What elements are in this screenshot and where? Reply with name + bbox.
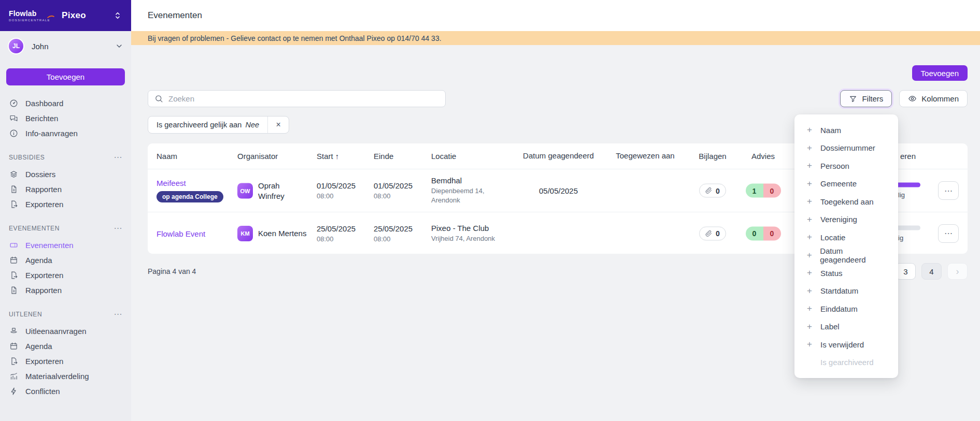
report-icon xyxy=(9,185,19,194)
page-3-button[interactable]: 3 xyxy=(896,263,916,280)
event-link[interactable]: Meifeest xyxy=(157,179,234,187)
filter-option-is-verwijderd[interactable]: +Is verwijderd xyxy=(794,336,898,354)
filters-button[interactable]: Filters xyxy=(840,90,892,107)
filter-option-dossiernummer[interactable]: +Dossiernummer xyxy=(794,139,898,157)
col-header-start[interactable]: Start ↑ xyxy=(317,143,368,169)
sidebar-item-agenda-uitlenen[interactable]: Agenda xyxy=(0,339,131,354)
filter-chip-label: Is gearchiveerd gelijk aan xyxy=(157,121,242,129)
sidebar-item-rapporten-evenementen[interactable]: Rapporten xyxy=(0,283,131,298)
app-switcher-unfold-icon[interactable] xyxy=(113,11,122,20)
attachments-count: 0 xyxy=(716,229,720,238)
add-event-button[interactable]: Toevoegen xyxy=(912,65,968,81)
add-button[interactable]: Toevoegen xyxy=(6,68,125,85)
sidebar-item-label: Conflicten xyxy=(25,387,60,396)
filter-option-label[interactable]: +Label xyxy=(794,318,898,336)
filter-option-naam[interactable]: +Naam xyxy=(794,121,898,139)
sidebar-item-info-aanvragen[interactable]: Info-aanvragen xyxy=(0,126,131,141)
sidebar-item-agenda-evenementen[interactable]: Agenda xyxy=(0,253,131,268)
section-options-icon[interactable]: ⋯ xyxy=(113,310,122,318)
filter-option-vereniging[interactable]: +Vereniging xyxy=(794,211,898,229)
user-menu[interactable]: JL John xyxy=(0,31,131,61)
row-actions-button[interactable]: ⋯ xyxy=(938,224,959,243)
status-badge: op agenda College xyxy=(157,191,223,202)
col-header-naam[interactable]: Naam xyxy=(157,143,234,169)
organizer-avatar: KM xyxy=(237,226,253,241)
filter-option-toegekend-aan[interactable]: +Toegekend aan xyxy=(794,193,898,211)
sidebar-item-exporteren-uitlenen[interactable]: Exporteren xyxy=(0,354,131,369)
logo-swoosh-icon xyxy=(47,12,54,20)
filter-option-persoon[interactable]: +Persoon xyxy=(794,157,898,175)
attachments-pill: 0 xyxy=(699,184,726,198)
gauge-icon xyxy=(9,99,19,108)
search-icon xyxy=(154,94,163,103)
plus-icon: + xyxy=(806,214,813,225)
sidebar-item-materiaalverdeling[interactable]: Materiaalverdeling xyxy=(0,369,131,384)
filter-option-gemeente[interactable]: +Gemeente xyxy=(794,175,898,193)
sidebar-nav: Dashboard Berichten Info-aanvragen SUBSI… xyxy=(0,92,131,421)
organizer-name: Oprah Winfrey xyxy=(258,181,308,201)
user-name: John xyxy=(32,42,49,51)
col-header-toegewezen-aan[interactable]: Toegewezen aan xyxy=(606,143,684,169)
sidebar: Flowlab Dossiercentrale Pixeo JL John To… xyxy=(0,0,131,421)
plus-icon: + xyxy=(806,286,813,296)
filter-option-locatie[interactable]: +Locatie xyxy=(794,228,898,246)
sidebar-item-rapporten-subsidies[interactable]: Rapporten xyxy=(0,182,131,197)
flowlab-logo: Flowlab Dossiercentrale xyxy=(9,10,50,22)
page-title: Evenementen xyxy=(148,10,202,21)
scheduled-date: 05/05/2025 xyxy=(539,186,578,195)
sidebar-item-label: Info-aanvragen xyxy=(25,129,78,138)
sidebar-item-berichten[interactable]: Berichten xyxy=(0,111,131,126)
sidebar-item-conflicten[interactable]: Conflicten xyxy=(0,384,131,399)
col-header-advies[interactable]: Advies xyxy=(741,143,785,169)
plus-icon: + xyxy=(806,196,813,207)
start-date: 01/05/2025 xyxy=(317,181,368,190)
filter-option-status[interactable]: +Status xyxy=(794,264,898,282)
active-filter-chip: Is gearchiveerd gelijk aan Nee × xyxy=(148,116,289,134)
col-header-einde[interactable]: Einde xyxy=(374,143,425,169)
remove-filter-icon[interactable]: × xyxy=(268,117,289,133)
section-options-icon[interactable]: ⋯ xyxy=(113,153,122,162)
search-box xyxy=(148,90,446,107)
calendar-icon xyxy=(9,342,19,351)
filters-dropdown: +Naam +Dossiernummer +Persoon +Gemeente … xyxy=(794,114,898,378)
sidebar-item-dossiers[interactable]: Dossiers xyxy=(0,167,131,182)
event-link[interactable]: Flowlab Event xyxy=(157,229,234,238)
section-uitlenen: UITLENEN ⋯ xyxy=(0,310,131,318)
sidebar-item-exporteren-subsidies[interactable]: Exporteren xyxy=(0,197,131,212)
sidebar-item-label: Exporteren xyxy=(25,271,63,280)
sidebar-item-dashboard[interactable]: Dashboard xyxy=(0,96,131,111)
chevron-down-icon xyxy=(115,42,123,50)
sidebar-item-label: Exporteren xyxy=(25,357,63,366)
sort-asc-icon: ↑ xyxy=(335,152,339,161)
chat-icon xyxy=(9,114,19,123)
col-header-locatie[interactable]: Locatie xyxy=(431,143,515,169)
sidebar-item-label: Agenda xyxy=(25,256,52,265)
export-icon xyxy=(9,357,19,366)
sidebar-item-uitleenaanvragen[interactable]: Uitleenaanvragen xyxy=(0,324,131,339)
col-header-organisator[interactable]: Organisator xyxy=(237,143,314,169)
next-page-button[interactable]: › xyxy=(947,263,968,280)
col-header-bijlagen[interactable]: Bijlagen xyxy=(689,143,736,169)
filter-chip-value: Nee xyxy=(245,121,259,129)
columns-button[interactable]: Kolommen xyxy=(899,90,968,107)
page-4-button-current[interactable]: 4 xyxy=(921,263,942,280)
sidebar-item-label: Dashboard xyxy=(25,99,63,108)
advice-positive-count: 0 xyxy=(746,226,763,240)
filter-option-datum-geagendeerd[interactable]: +Datum geagendeerd xyxy=(794,246,898,265)
filter-option-startdatum[interactable]: +Startdatum xyxy=(794,282,898,300)
start-time: 08:00 xyxy=(317,235,368,243)
sidebar-item-evenementen[interactable]: Evenementen xyxy=(0,238,131,253)
sidebar-item-label: Berichten xyxy=(25,114,58,123)
sidebar-item-exporteren-evenementen[interactable]: Exporteren xyxy=(0,268,131,283)
lightning-icon xyxy=(9,387,19,396)
start-date: 25/05/2025 xyxy=(317,224,368,233)
search-input[interactable] xyxy=(168,94,439,103)
row-actions-button[interactable]: ⋯ xyxy=(938,181,959,200)
section-options-icon[interactable]: ⋯ xyxy=(113,224,122,233)
filter-option-einddatum[interactable]: +Einddatum xyxy=(794,300,898,318)
location-address: Diepenbeemd 14, Arendonk xyxy=(431,186,506,205)
col-header-datum-geagendeerd[interactable]: Datum geagendeerd xyxy=(518,143,599,169)
avatar: JL xyxy=(8,38,24,54)
end-date: 01/05/2025 xyxy=(374,181,425,190)
paperclip-icon xyxy=(705,230,712,237)
